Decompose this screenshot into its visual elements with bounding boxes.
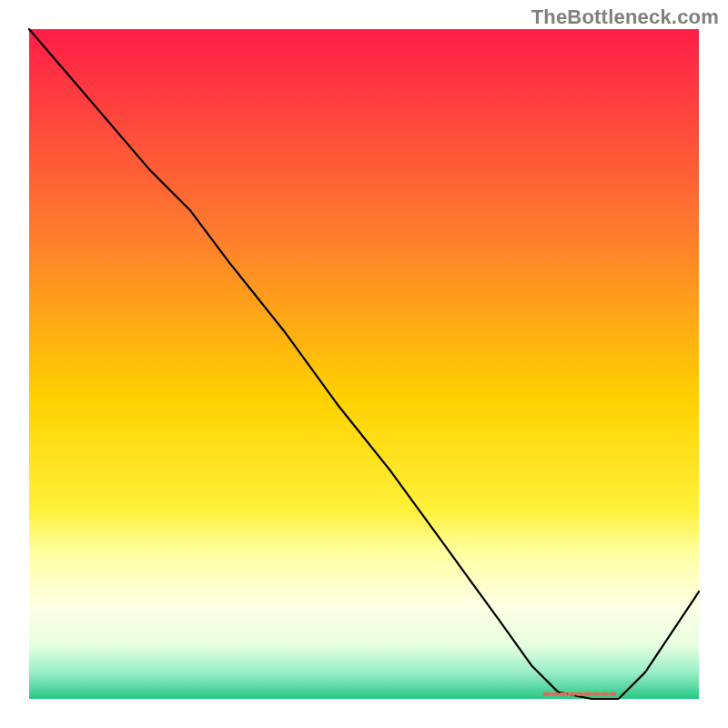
bottleneck-plot — [0, 0, 728, 728]
chart-container: TheBottleneck.com — [0, 0, 728, 728]
plot-background — [29, 29, 699, 699]
watermark-text: TheBottleneck.com — [531, 5, 719, 29]
